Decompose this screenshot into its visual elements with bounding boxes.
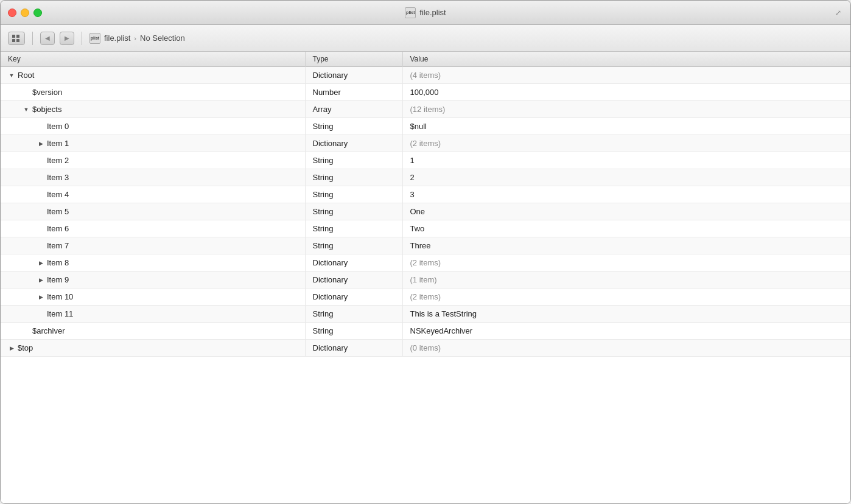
key-cell: Item 3 bbox=[1, 169, 305, 186]
type-cell: String bbox=[305, 306, 402, 323]
window-title: file.plist bbox=[419, 8, 446, 17]
table-row[interactable]: $objectsArray(12 items) bbox=[1, 101, 850, 118]
table-row[interactable]: Item 9Dictionary(1 item) bbox=[1, 271, 850, 289]
table-row[interactable]: Item 4String3 bbox=[1, 186, 850, 203]
table-row[interactable]: Item 5StringOne bbox=[1, 203, 850, 220]
window-title-group: plist file.plist bbox=[405, 7, 446, 18]
key-label: Item 4 bbox=[47, 190, 69, 199]
expand-triangle[interactable] bbox=[8, 345, 15, 352]
key-label: Item 5 bbox=[47, 207, 69, 216]
value-column-header: Value bbox=[402, 52, 850, 67]
key-label: Item 6 bbox=[47, 224, 69, 233]
key-cell: Item 8 bbox=[1, 254, 305, 271]
expand-triangle[interactable] bbox=[23, 106, 30, 113]
breadcrumb-separator: › bbox=[134, 35, 136, 42]
back-button[interactable]: ◀ bbox=[40, 32, 55, 45]
table-row[interactable]: Item 6StringTwo bbox=[1, 220, 850, 237]
table-row[interactable]: Item 7StringThree bbox=[1, 237, 850, 254]
expand-triangle[interactable] bbox=[37, 276, 44, 284]
breadcrumb: plist file.plist › No Selection bbox=[89, 33, 185, 44]
value-cell: (2 items) bbox=[402, 289, 850, 306]
breadcrumb-file-icon: plist bbox=[89, 33, 100, 44]
value-cell: (0 items) bbox=[402, 340, 850, 357]
table-row[interactable]: $archiverStringNSKeyedArchiver bbox=[1, 323, 850, 340]
table-row[interactable]: Item 0String$null bbox=[1, 118, 850, 135]
table-row[interactable]: Item 8Dictionary(2 items) bbox=[1, 254, 850, 271]
expand-triangle[interactable] bbox=[37, 140, 44, 147]
key-label: $top bbox=[18, 343, 33, 352]
title-bar: plist file.plist ⤢ bbox=[1, 1, 850, 25]
value-cell: 1 bbox=[402, 152, 850, 169]
value-cell: (12 items) bbox=[402, 101, 850, 118]
key-cell: $top bbox=[1, 340, 305, 357]
key-cell: Item 4 bbox=[1, 186, 305, 203]
maximize-button[interactable] bbox=[33, 9, 42, 17]
key-cell: Item 9 bbox=[1, 271, 305, 289]
type-cell: Dictionary bbox=[305, 135, 402, 152]
close-button[interactable] bbox=[8, 9, 16, 17]
type-cell: String bbox=[305, 186, 402, 203]
breadcrumb-selection: No Selection bbox=[140, 33, 185, 43]
key-label: Item 10 bbox=[47, 292, 73, 301]
key-cell: $archiver bbox=[1, 323, 305, 340]
value-cell: Three bbox=[402, 237, 850, 254]
toolbar: ◀ ▶ plist file.plist › No Selection bbox=[1, 25, 850, 52]
value-cell: 3 bbox=[402, 186, 850, 203]
table-container: Key Type Value RootDictionary(4 items)$v… bbox=[1, 52, 850, 504]
table-row[interactable]: $versionNumber100,000 bbox=[1, 84, 850, 101]
type-cell: Dictionary bbox=[305, 67, 402, 84]
plist-table: Key Type Value RootDictionary(4 items)$v… bbox=[1, 52, 850, 357]
key-label: $archiver bbox=[32, 326, 65, 335]
table-row[interactable]: Item 11StringThis is a TestString bbox=[1, 306, 850, 323]
key-cell: Item 1 bbox=[1, 135, 305, 152]
forward-button[interactable]: ▶ bbox=[60, 32, 74, 45]
value-cell: (4 items) bbox=[402, 67, 850, 84]
key-cell: Item 7 bbox=[1, 237, 305, 254]
type-cell: String bbox=[305, 203, 402, 220]
breadcrumb-filename[interactable]: file.plist bbox=[104, 33, 130, 43]
expand-button[interactable]: ⤢ bbox=[833, 8, 843, 18]
toolbar-divider-2 bbox=[82, 32, 82, 45]
expand-triangle[interactable] bbox=[8, 72, 15, 79]
key-cell: Root bbox=[1, 67, 305, 84]
type-cell: Dictionary bbox=[305, 271, 402, 289]
key-label: Item 1 bbox=[47, 139, 69, 148]
key-cell: Item 10 bbox=[1, 289, 305, 306]
expand-triangle[interactable] bbox=[37, 293, 44, 301]
grid-view-button[interactable] bbox=[8, 32, 25, 45]
table-body: RootDictionary(4 items)$versionNumber100… bbox=[1, 67, 850, 357]
table-row[interactable]: RootDictionary(4 items) bbox=[1, 67, 850, 84]
key-label: $version bbox=[32, 88, 62, 97]
type-cell: String bbox=[305, 237, 402, 254]
value-cell: 2 bbox=[402, 169, 850, 186]
minimize-button[interactable] bbox=[21, 9, 29, 17]
type-cell: String bbox=[305, 152, 402, 169]
key-label: Item 2 bbox=[47, 156, 69, 165]
key-label: Root bbox=[18, 71, 34, 80]
key-cell: $version bbox=[1, 84, 305, 101]
key-cell: Item 11 bbox=[1, 306, 305, 323]
value-cell: (2 items) bbox=[402, 135, 850, 152]
table-row[interactable]: $topDictionary(0 items) bbox=[1, 340, 850, 357]
table-row[interactable]: Item 10Dictionary(2 items) bbox=[1, 289, 850, 306]
key-label: Item 8 bbox=[47, 258, 69, 267]
key-cell: Item 6 bbox=[1, 220, 305, 237]
key-column-header: Key bbox=[1, 52, 305, 67]
type-cell: Dictionary bbox=[305, 254, 402, 271]
expand-triangle[interactable] bbox=[37, 259, 44, 267]
value-cell: (2 items) bbox=[402, 254, 850, 271]
toolbar-divider-1 bbox=[32, 32, 33, 45]
type-cell: String bbox=[305, 220, 402, 237]
key-label: Item 3 bbox=[47, 173, 69, 182]
svg-rect-0 bbox=[12, 35, 15, 38]
value-cell: Two bbox=[402, 220, 850, 237]
key-cell: $objects bbox=[1, 101, 305, 118]
table-row[interactable]: Item 1Dictionary(2 items) bbox=[1, 135, 850, 152]
value-cell: (1 item) bbox=[402, 271, 850, 289]
table-row[interactable]: Item 2String1 bbox=[1, 152, 850, 169]
table-row[interactable]: Item 3String2 bbox=[1, 169, 850, 186]
file-icon: plist bbox=[405, 7, 416, 18]
main-content: Key Type Value RootDictionary(4 items)$v… bbox=[1, 52, 850, 504]
value-cell: This is a TestString bbox=[402, 306, 850, 323]
value-cell: One bbox=[402, 203, 850, 220]
